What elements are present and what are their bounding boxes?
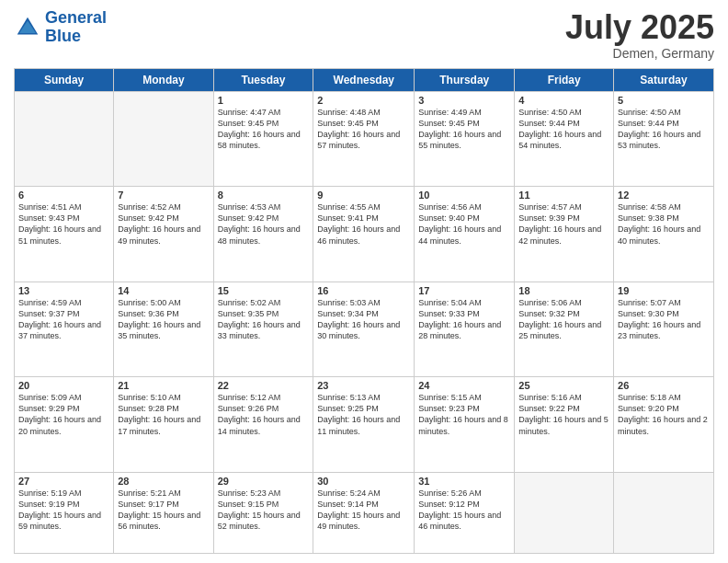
day-number: 24 [418, 380, 510, 391]
calendar-week-4: 20Sunrise: 5:09 AM Sunset: 9:29 PM Dayli… [15, 377, 714, 473]
calendar-week-2: 6Sunrise: 4:51 AM Sunset: 9:43 PM Daylig… [15, 187, 714, 282]
day-number: 9 [317, 190, 410, 201]
day-header-tuesday: Tuesday [213, 68, 313, 91]
calendar-cell: 31Sunrise: 5:26 AM Sunset: 9:12 PM Dayli… [415, 472, 515, 553]
page: General Blue July 2025 Demen, Germany Su… [0, 0, 728, 563]
calendar: SundayMondayTuesdayWednesdayThursdayFrid… [14, 68, 714, 554]
day-number: 12 [618, 190, 710, 201]
day-number: 18 [518, 285, 609, 296]
day-number: 2 [317, 95, 410, 106]
calendar-cell: 9Sunrise: 4:55 AM Sunset: 9:41 PM Daylig… [313, 187, 415, 282]
day-info: Sunrise: 5:06 AM Sunset: 9:32 PM Dayligh… [518, 297, 609, 342]
day-info: Sunrise: 5:10 AM Sunset: 9:28 PM Dayligh… [118, 392, 209, 437]
calendar-cell: 1Sunrise: 4:47 AM Sunset: 9:45 PM Daylig… [213, 91, 313, 187]
calendar-cell: 19Sunrise: 5:07 AM Sunset: 9:30 PM Dayli… [614, 282, 714, 377]
calendar-cell: 2Sunrise: 4:48 AM Sunset: 9:45 PM Daylig… [313, 91, 415, 187]
calendar-cell: 10Sunrise: 4:56 AM Sunset: 9:40 PM Dayli… [415, 187, 515, 282]
calendar-cell: 27Sunrise: 5:19 AM Sunset: 9:19 PM Dayli… [15, 472, 114, 553]
day-info: Sunrise: 4:55 AM Sunset: 9:41 PM Dayligh… [317, 201, 410, 247]
day-number: 16 [317, 285, 410, 296]
calendar-cell: 11Sunrise: 4:57 AM Sunset: 9:39 PM Dayli… [515, 187, 614, 282]
day-number: 13 [18, 285, 109, 296]
day-info: Sunrise: 5:00 AM Sunset: 9:36 PM Dayligh… [118, 297, 209, 342]
day-info: Sunrise: 5:19 AM Sunset: 9:19 PM Dayligh… [18, 488, 109, 533]
day-info: Sunrise: 5:04 AM Sunset: 9:33 PM Dayligh… [418, 297, 510, 342]
calendar-cell: 8Sunrise: 4:53 AM Sunset: 9:42 PM Daylig… [213, 187, 313, 282]
calendar-cell [114, 91, 213, 187]
day-info: Sunrise: 4:59 AM Sunset: 9:37 PM Dayligh… [18, 297, 109, 342]
calendar-cell: 18Sunrise: 5:06 AM Sunset: 9:32 PM Dayli… [515, 282, 614, 377]
day-header-monday: Monday [114, 68, 213, 91]
logo-icon [14, 14, 41, 41]
day-info: Sunrise: 5:21 AM Sunset: 9:17 PM Dayligh… [118, 488, 209, 533]
calendar-cell [614, 472, 714, 553]
day-info: Sunrise: 5:24 AM Sunset: 9:14 PM Dayligh… [317, 488, 410, 533]
day-info: Sunrise: 5:23 AM Sunset: 9:15 PM Dayligh… [218, 488, 310, 533]
day-info: Sunrise: 4:56 AM Sunset: 9:40 PM Dayligh… [418, 201, 510, 247]
logo: General Blue [14, 9, 107, 46]
calendar-cell: 15Sunrise: 5:02 AM Sunset: 9:35 PM Dayli… [213, 282, 313, 377]
day-header-saturday: Saturday [614, 68, 714, 91]
day-number: 4 [518, 95, 609, 106]
day-info: Sunrise: 4:50 AM Sunset: 9:44 PM Dayligh… [618, 107, 710, 152]
day-number: 27 [18, 476, 109, 487]
day-info: Sunrise: 4:49 AM Sunset: 9:45 PM Dayligh… [418, 107, 510, 152]
day-number: 31 [418, 476, 510, 487]
day-number: 28 [118, 476, 209, 487]
day-number: 23 [317, 380, 410, 391]
calendar-header-row: SundayMondayTuesdayWednesdayThursdayFrid… [15, 68, 714, 91]
day-info: Sunrise: 4:57 AM Sunset: 9:39 PM Dayligh… [518, 201, 609, 247]
day-number: 25 [518, 380, 609, 391]
day-number: 7 [118, 190, 209, 201]
calendar-week-3: 13Sunrise: 4:59 AM Sunset: 9:37 PM Dayli… [15, 282, 714, 377]
calendar-cell: 30Sunrise: 5:24 AM Sunset: 9:14 PM Dayli… [313, 472, 415, 553]
calendar-cell: 23Sunrise: 5:13 AM Sunset: 9:25 PM Dayli… [313, 377, 415, 473]
day-info: Sunrise: 5:03 AM Sunset: 9:34 PM Dayligh… [317, 297, 410, 342]
day-info: Sunrise: 5:26 AM Sunset: 9:12 PM Dayligh… [418, 488, 510, 533]
calendar-cell: 21Sunrise: 5:10 AM Sunset: 9:28 PM Dayli… [114, 377, 213, 473]
day-number: 22 [218, 380, 310, 391]
day-header-wednesday: Wednesday [313, 68, 415, 91]
day-info: Sunrise: 5:12 AM Sunset: 9:26 PM Dayligh… [218, 392, 310, 437]
day-info: Sunrise: 5:13 AM Sunset: 9:25 PM Dayligh… [317, 392, 410, 437]
day-info: Sunrise: 5:18 AM Sunset: 9:20 PM Dayligh… [618, 392, 710, 437]
day-info: Sunrise: 5:02 AM Sunset: 9:35 PM Dayligh… [218, 297, 310, 342]
day-info: Sunrise: 4:51 AM Sunset: 9:43 PM Dayligh… [18, 201, 109, 247]
day-number: 17 [418, 285, 510, 296]
day-number: 10 [418, 190, 510, 201]
day-info: Sunrise: 4:48 AM Sunset: 9:45 PM Dayligh… [317, 107, 410, 152]
day-number: 20 [18, 380, 109, 391]
calendar-cell: 5Sunrise: 4:50 AM Sunset: 9:44 PM Daylig… [614, 91, 714, 187]
day-number: 26 [618, 380, 710, 391]
day-number: 5 [618, 95, 710, 106]
calendar-cell: 22Sunrise: 5:12 AM Sunset: 9:26 PM Dayli… [213, 377, 313, 473]
day-info: Sunrise: 5:07 AM Sunset: 9:30 PM Dayligh… [618, 297, 710, 342]
calendar-cell: 26Sunrise: 5:18 AM Sunset: 9:20 PM Dayli… [614, 377, 714, 473]
title-block: July 2025 Demen, Germany [565, 9, 714, 61]
calendar-cell: 12Sunrise: 4:58 AM Sunset: 9:38 PM Dayli… [614, 187, 714, 282]
calendar-cell: 29Sunrise: 5:23 AM Sunset: 9:15 PM Dayli… [213, 472, 313, 553]
day-header-sunday: Sunday [15, 68, 114, 91]
calendar-cell [515, 472, 614, 553]
header: General Blue July 2025 Demen, Germany [14, 9, 714, 61]
day-number: 11 [518, 190, 609, 201]
day-info: Sunrise: 4:47 AM Sunset: 9:45 PM Dayligh… [218, 107, 310, 152]
calendar-cell: 20Sunrise: 5:09 AM Sunset: 9:29 PM Dayli… [15, 377, 114, 473]
day-number: 3 [418, 95, 510, 106]
location: Demen, Germany [565, 46, 714, 61]
calendar-cell: 4Sunrise: 4:50 AM Sunset: 9:44 PM Daylig… [515, 91, 614, 187]
logo-general: General [45, 8, 107, 27]
day-number: 30 [317, 476, 410, 487]
day-info: Sunrise: 4:50 AM Sunset: 9:44 PM Dayligh… [518, 107, 609, 152]
calendar-cell: 3Sunrise: 4:49 AM Sunset: 9:45 PM Daylig… [415, 91, 515, 187]
day-info: Sunrise: 4:53 AM Sunset: 9:42 PM Dayligh… [218, 201, 310, 247]
day-number: 1 [218, 95, 310, 106]
day-header-thursday: Thursday [415, 68, 515, 91]
logo-text: General Blue [45, 9, 107, 46]
day-info: Sunrise: 5:09 AM Sunset: 9:29 PM Dayligh… [18, 392, 109, 437]
calendar-cell: 16Sunrise: 5:03 AM Sunset: 9:34 PM Dayli… [313, 282, 415, 377]
calendar-cell: 25Sunrise: 5:16 AM Sunset: 9:22 PM Dayli… [515, 377, 614, 473]
calendar-cell: 28Sunrise: 5:21 AM Sunset: 9:17 PM Dayli… [114, 472, 213, 553]
calendar-week-1: 1Sunrise: 4:47 AM Sunset: 9:45 PM Daylig… [15, 91, 714, 187]
calendar-cell: 14Sunrise: 5:00 AM Sunset: 9:36 PM Dayli… [114, 282, 213, 377]
